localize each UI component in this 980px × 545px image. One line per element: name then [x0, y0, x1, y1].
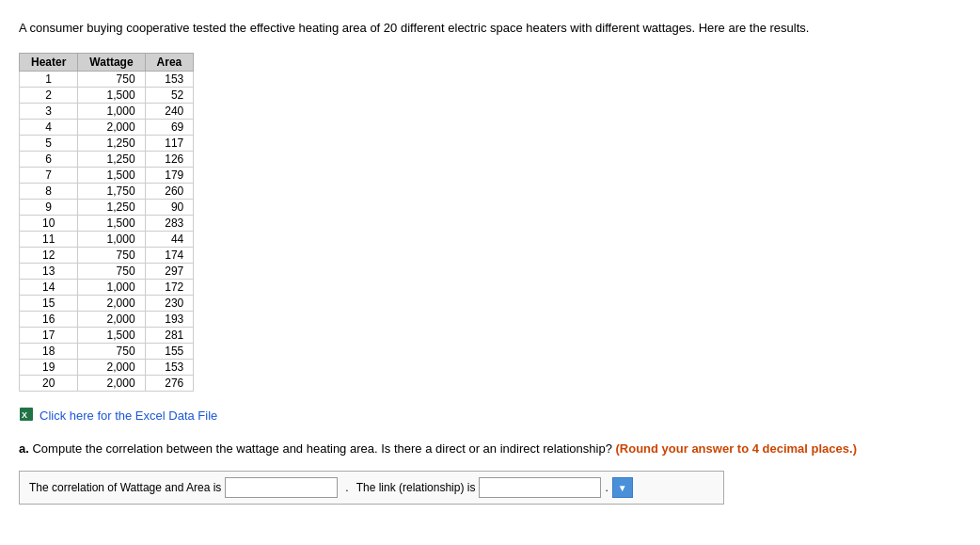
table-row: 141,000172: [20, 279, 194, 295]
table-cell-0: 18: [20, 343, 78, 359]
table-cell-0: 2: [20, 87, 78, 103]
table-row: 152,000230: [20, 295, 194, 311]
svg-text:X: X: [22, 410, 27, 420]
table-row: 91,25090: [20, 199, 194, 215]
table-cell-2: 44: [145, 231, 194, 247]
table-row: 71,500179: [20, 167, 194, 183]
table-cell-1: 1,250: [78, 151, 145, 167]
table-row: 81,750260: [20, 183, 194, 199]
table-cell-1: 1,750: [78, 183, 145, 199]
table-cell-2: 193: [145, 311, 194, 327]
table-cell-0: 8: [20, 183, 78, 199]
table-cell-1: 1,250: [78, 199, 145, 215]
table-cell-0: 13: [20, 263, 78, 279]
col-header-heater: Heater: [20, 53, 78, 71]
table-cell-1: 1,000: [78, 279, 145, 295]
table-cell-2: 52: [145, 87, 194, 103]
table-cell-2: 126: [145, 151, 194, 167]
table-cell-2: 153: [145, 71, 194, 87]
table-cell-1: 750: [78, 263, 145, 279]
table-cell-0: 12: [20, 247, 78, 263]
table-row: 42,00069: [20, 119, 194, 135]
col-header-wattage: Wattage: [78, 53, 145, 71]
table-cell-1: 1,000: [78, 103, 145, 119]
table-cell-0: 10: [20, 215, 78, 231]
table-cell-2: 297: [145, 263, 194, 279]
intro-text: A consumer buying cooperative tested the…: [19, 19, 865, 38]
table-cell-0: 5: [20, 135, 78, 151]
table-row: 171,500281: [20, 327, 194, 343]
table-cell-0: 6: [20, 151, 78, 167]
table-row: 13750297: [20, 263, 194, 279]
table-cell-0: 9: [20, 199, 78, 215]
question-prefix: a.: [19, 441, 29, 456]
table-cell-2: 174: [145, 247, 194, 263]
table-cell-0: 14: [20, 279, 78, 295]
table-row: 202,000276: [20, 375, 194, 391]
table-cell-2: 155: [145, 343, 194, 359]
table-cell-0: 4: [20, 119, 78, 135]
table-cell-0: 1: [20, 71, 78, 87]
table-row: 1750153: [20, 71, 194, 87]
table-row: 51,250117: [20, 135, 194, 151]
table-cell-2: 172: [145, 279, 194, 295]
table-cell-0: 19: [20, 359, 78, 375]
table-cell-2: 179: [145, 167, 194, 183]
table-cell-2: 260: [145, 183, 194, 199]
table-row: 31,000240: [20, 103, 194, 119]
question-section: a. Compute the correlation between the w…: [19, 440, 865, 505]
table-cell-0: 20: [20, 375, 78, 391]
excel-icon: X: [19, 407, 34, 425]
table-cell-2: 283: [145, 215, 194, 231]
table-row: 18750155: [20, 343, 194, 359]
table-cell-1: 2,000: [78, 359, 145, 375]
table-row: 101,500283: [20, 215, 194, 231]
answer-row: The correlation of Wattage and Area is .…: [19, 471, 724, 505]
table-row: 12750174: [20, 247, 194, 263]
table-row: 111,00044: [20, 231, 194, 247]
table-cell-0: 15: [20, 295, 78, 311]
table-cell-1: 1,250: [78, 135, 145, 151]
table-cell-0: 11: [20, 231, 78, 247]
table-row: 21,50052: [20, 87, 194, 103]
table-cell-1: 1,500: [78, 167, 145, 183]
excel-link[interactable]: X Click here for the Excel Data File: [19, 407, 961, 425]
table-cell-1: 2,000: [78, 311, 145, 327]
table-cell-2: 69: [145, 119, 194, 135]
table-row: 61,250126: [20, 151, 194, 167]
relationship-input[interactable]: [479, 477, 601, 498]
table-cell-1: 2,000: [78, 119, 145, 135]
table-cell-1: 1,500: [78, 327, 145, 343]
table-cell-1: 1,000: [78, 231, 145, 247]
table-cell-2: 230: [145, 295, 194, 311]
table-cell-0: 3: [20, 103, 78, 119]
table-cell-1: 750: [78, 71, 145, 87]
table-cell-1: 750: [78, 247, 145, 263]
table-cell-2: 117: [145, 135, 194, 151]
table-cell-1: 750: [78, 343, 145, 359]
correlation-input[interactable]: [225, 477, 338, 498]
table-cell-2: 281: [145, 327, 194, 343]
table-cell-1: 1,500: [78, 215, 145, 231]
table-cell-1: 2,000: [78, 295, 145, 311]
table-cell-2: 276: [145, 375, 194, 391]
table-cell-2: 90: [145, 199, 194, 215]
question-emphasis: (Round your answer to 4 decimal places.): [616, 441, 857, 456]
dropdown-button[interactable]: ▼: [612, 477, 633, 498]
col-header-area: Area: [145, 53, 194, 71]
table-cell-1: 2,000: [78, 375, 145, 391]
table-cell-1: 1,500: [78, 87, 145, 103]
answer-label-1: The correlation of Wattage and Area is: [29, 481, 221, 494]
question-text: a. Compute the correlation between the w…: [19, 440, 865, 458]
table-cell-2: 240: [145, 103, 194, 119]
data-table: Heater Wattage Area 175015321,5005231,00…: [19, 53, 194, 392]
table-cell-0: 7: [20, 167, 78, 183]
answer-separator: .: [345, 481, 348, 494]
table-row: 162,000193: [20, 311, 194, 327]
table-cell-2: 153: [145, 359, 194, 375]
table-cell-0: 17: [20, 327, 78, 343]
question-body: Compute the correlation between the watt…: [29, 441, 616, 456]
answer-label-2: The link (relationship) is: [356, 481, 476, 494]
answer-dot: .: [605, 481, 608, 494]
table-row: 192,000153: [20, 359, 194, 375]
